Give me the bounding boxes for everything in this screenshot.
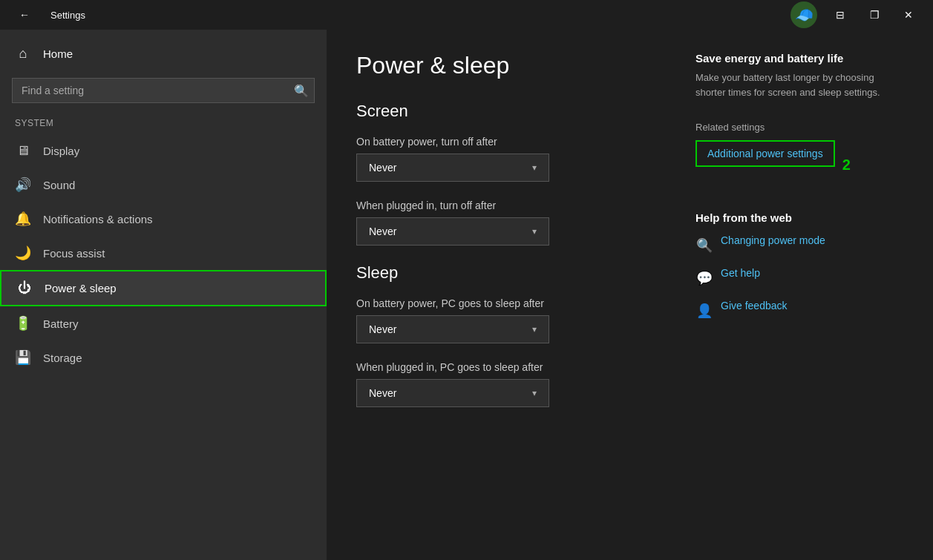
- related-settings-label: Related settings: [695, 122, 903, 133]
- display-icon: 🖥: [15, 143, 31, 159]
- screen-battery-value: Never: [369, 162, 396, 174]
- avatar: 🧢: [790, 1, 817, 28]
- search-icon[interactable]: 🔍: [294, 84, 309, 98]
- sleep-battery-dropdown[interactable]: Never ▾: [356, 315, 549, 343]
- minimize-button[interactable]: ⊟: [823, 0, 857, 30]
- right-panel: Save energy and battery life Make your b…: [695, 52, 903, 538]
- sleep-section: Sleep On battery power, PC goes to sleep…: [356, 263, 651, 407]
- additional-power-settings-link[interactable]: Additional power settings: [695, 140, 835, 167]
- page-title: Power & sleep: [356, 52, 651, 79]
- get-help-link[interactable]: Get help: [721, 267, 760, 279]
- display-label: Display: [43, 145, 79, 157]
- storage-icon: 💾: [15, 349, 31, 366]
- battery-icon: 🔋: [15, 315, 31, 332]
- sleep-plugged-dropdown[interactable]: Never ▾: [356, 379, 549, 407]
- info-title: Save energy and battery life: [695, 52, 903, 65]
- sleep-plugged-label: When plugged in, PC goes to sleep after: [356, 361, 651, 373]
- focus-icon: 🌙: [15, 245, 31, 261]
- main-content: Power & sleep Screen On battery power, t…: [356, 52, 651, 538]
- sidebar-item-focus[interactable]: 🌙 Focus assist: [0, 236, 327, 270]
- screen-plugged-label: When plugged in, turn off after: [356, 200, 651, 211]
- window-title: Settings: [50, 10, 85, 21]
- screen-plugged-dropdown[interactable]: Never ▾: [356, 217, 549, 246]
- maximize-button[interactable]: ❐: [857, 0, 891, 30]
- notifications-label: Notifications & actions: [43, 213, 153, 225]
- nav-home[interactable]: ⌂ Home: [0, 37, 327, 70]
- step-badge-2: 2: [842, 157, 851, 174]
- search-input[interactable]: [12, 78, 315, 103]
- back-button[interactable]: ←: [7, 0, 42, 30]
- give-feedback-icon: 👤: [695, 303, 713, 319]
- home-icon: ⌂: [15, 46, 31, 62]
- sidebar-item-storage[interactable]: 💾 Storage: [0, 340, 327, 375]
- help-title: Help from the web: [695, 211, 903, 224]
- power-label: Power & sleep: [45, 282, 117, 294]
- close-button[interactable]: ✕: [891, 0, 926, 30]
- sleep-battery-label: On battery power, PC goes to sleep after: [356, 297, 651, 309]
- screen-section-title: Screen: [356, 102, 651, 121]
- changing-power-icon: 🔍: [695, 237, 713, 254]
- get-help-icon: 💬: [695, 270, 713, 286]
- title-bar-left: ← Settings: [7, 0, 85, 30]
- sound-label: Sound: [43, 179, 75, 191]
- sound-icon: 🔊: [15, 177, 31, 193]
- app-body: ⌂ Home 🔍 System 🖥 Display 🔊 Sound 🔔 Noti…: [0, 30, 933, 560]
- content-area: Power & sleep Screen On battery power, t…: [327, 30, 933, 560]
- sidebar: ⌂ Home 🔍 System 🖥 Display 🔊 Sound 🔔 Noti…: [0, 30, 327, 560]
- sleep-plugged-value: Never: [369, 387, 396, 399]
- sidebar-item-power[interactable]: ⏻ Power & sleep: [0, 270, 327, 306]
- notifications-icon: 🔔: [15, 211, 31, 227]
- sidebar-item-sound[interactable]: 🔊 Sound: [0, 168, 327, 202]
- chevron-down-icon: ▾: [532, 162, 537, 173]
- chevron-down-icon-4: ▾: [532, 388, 537, 398]
- changing-power-item: 🔍 Changing power mode: [695, 234, 903, 257]
- sidebar-item-display[interactable]: 🖥 Display: [0, 134, 327, 168]
- title-bar: ← Settings 🧢 ⊟ ❐ ✕: [0, 0, 933, 30]
- changing-power-link[interactable]: Changing power mode: [721, 234, 825, 246]
- window-controls: ⊟ ❐ ✕: [823, 0, 926, 30]
- system-label: System: [0, 115, 327, 134]
- screen-battery-label: On battery power, turn off after: [356, 136, 651, 148]
- sidebar-item-battery[interactable]: 🔋 Battery: [0, 306, 327, 340]
- storage-label: Storage: [43, 352, 82, 364]
- get-help-item: 💬 Get help: [695, 267, 903, 289]
- info-text: Make your battery last longer by choosin…: [695, 70, 903, 99]
- power-icon: ⏻: [16, 280, 33, 296]
- give-feedback-item: 👤 Give feedback: [695, 300, 903, 322]
- sidebar-item-notifications[interactable]: 🔔 Notifications & actions: [0, 202, 327, 236]
- battery-label: Battery: [43, 317, 79, 330]
- chevron-down-icon-2: ▾: [532, 226, 537, 237]
- screen-battery-dropdown[interactable]: Never ▾: [356, 154, 549, 182]
- chevron-down-icon-3: ▾: [532, 324, 537, 335]
- home-label: Home: [43, 47, 73, 60]
- screen-plugged-value: Never: [369, 225, 396, 237]
- focus-label: Focus assist: [43, 247, 105, 260]
- search-box: 🔍: [12, 78, 315, 103]
- give-feedback-link[interactable]: Give feedback: [721, 300, 788, 312]
- sleep-battery-value: Never: [369, 323, 396, 335]
- sleep-section-title: Sleep: [356, 263, 651, 283]
